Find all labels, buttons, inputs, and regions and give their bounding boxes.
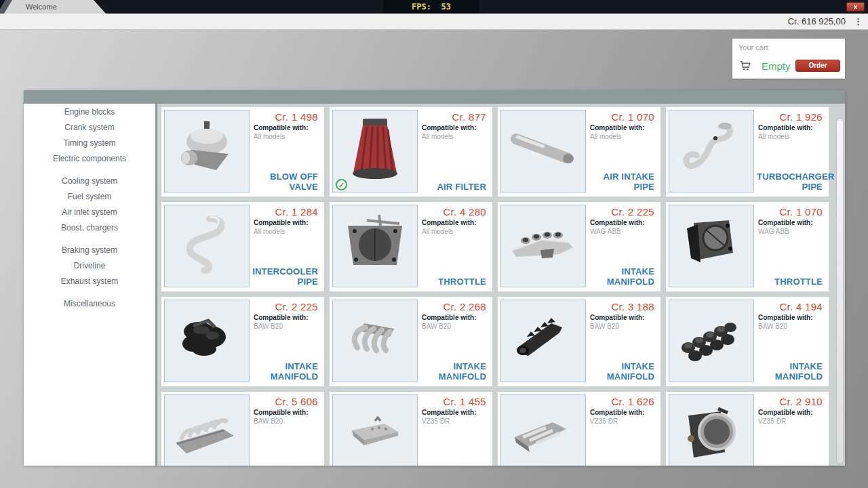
credits-balance: Cr. 616 925,00 (788, 14, 846, 30)
compatible-value: All models (422, 228, 488, 235)
part-price: Cr. 877 (452, 111, 486, 123)
compatible-label: Compatible with: (758, 124, 825, 131)
sidebar-item-cooling-system[interactable]: Cooling system (24, 174, 155, 189)
compatible-label: Compatible with: (758, 409, 825, 416)
part-card[interactable]: Cr. 2 225 Compatible with: BAW B20 INTAK… (161, 297, 324, 386)
sidebar-item-timing-system[interactable]: Timing system (24, 136, 155, 151)
part-card[interactable]: Cr. 1 455 Compatible with: VZ35 DR (330, 392, 492, 466)
part-image (500, 205, 586, 287)
sidebar-item-fuel-system[interactable]: Fuel system (24, 189, 155, 205)
part-card[interactable]: Cr. 4 194 Compatible with: BAW B20 INTAK… (666, 297, 829, 386)
part-price: Cr. 2 225 (611, 206, 654, 218)
part-card[interactable]: Cr. 4 280 Compatible with: All models TH… (330, 202, 492, 291)
part-name: THROTTLE (420, 277, 486, 287)
compatible-label: Compatible with: (758, 219, 825, 226)
compatible-value: WAG ABB (590, 228, 656, 235)
compatible-label: Compatible with: (254, 409, 320, 416)
compatible-value: All models (422, 133, 488, 140)
compatible-label: Compatible with: (422, 219, 488, 226)
part-image (332, 300, 418, 382)
part-name: INTERCOOLER PIPE (252, 266, 318, 287)
part-price: Cr. 1 626 (611, 396, 654, 407)
part-price: Cr. 2 225 (275, 301, 318, 312)
part-price: Cr. 1 498 (275, 111, 318, 123)
part-image (500, 394, 586, 466)
sidebar-item-electric-components[interactable]: Electric components (24, 151, 155, 167)
part-price: Cr. 2 910 (779, 396, 823, 407)
part-price: Cr. 5 606 (275, 396, 318, 407)
part-image (164, 394, 250, 466)
part-name: TURBOCHARGER PIPE (757, 171, 823, 192)
part-card[interactable]: Cr. 3 188 Compatible with: BAW B20 INTAK… (498, 297, 660, 386)
part-image (164, 205, 250, 287)
part-card[interactable]: Cr. 1 926 Compatible with: All models TU… (666, 107, 829, 197)
part-card[interactable]: Cr. 877 Compatible with: All models AIR … (330, 107, 492, 197)
fps-counter: FPS: 53 (383, 0, 479, 14)
compatible-label: Compatible with: (422, 409, 488, 416)
sidebar-item-crank-system[interactable]: Crank system (24, 120, 155, 136)
tab-welcome[interactable]: Welcome (4, 0, 106, 14)
part-card[interactable]: Cr. 1 070 Compatible with: WAG ABB THROT… (666, 202, 829, 291)
compatible-value: BAW B20 (758, 323, 825, 330)
part-name: INTAKE MANIFOLD (589, 361, 654, 382)
cart-panel: Your cart Empty Order (732, 39, 845, 79)
compatible-value: VZ35 DR (590, 418, 656, 425)
part-name: INTAKE MANIFOLD (420, 361, 486, 382)
compatible-value: BAW B20 (590, 323, 656, 330)
sidebar-item-miscellaneous[interactable]: Miscellaneous (24, 296, 155, 312)
sidebar-item-braking-system[interactable]: Braking system (24, 243, 155, 258)
part-image (669, 394, 754, 466)
part-image (669, 110, 754, 192)
part-image (164, 300, 250, 382)
compatible-value: BAW B20 (254, 418, 320, 425)
compatible-value: WAG ABB (758, 228, 825, 235)
compatible-value: All models (590, 133, 656, 140)
compatible-value: All models (254, 228, 320, 235)
part-image (332, 205, 418, 287)
part-name: AIR INTAKE PIPE (589, 171, 654, 192)
part-image (669, 300, 754, 382)
vertical-scrollbar[interactable] (836, 119, 844, 464)
owned-check-icon: ✓ (336, 179, 347, 190)
cart-icon (738, 60, 752, 72)
part-name: BLOW OFF VALVE (252, 171, 318, 192)
sidebar-item-engine-blocks[interactable]: Engine blocks (24, 104, 155, 120)
part-price: Cr. 1 284 (275, 206, 318, 218)
kebab-menu-icon[interactable]: ⋮ (854, 14, 863, 30)
compatible-label: Compatible with: (590, 314, 656, 321)
compatible-label: Compatible with: (254, 124, 320, 131)
part-card[interactable]: Cr. 2 910 Compatible with: VZ35 DR (666, 392, 829, 466)
part-name: INTAKE MANIFOLD (252, 361, 318, 382)
part-price: Cr. 4 194 (779, 301, 823, 312)
part-card[interactable]: Cr. 1 626 Compatible with: VZ35 DR (498, 392, 660, 466)
part-card[interactable]: Cr. 1 284 Compatible with: All models IN… (161, 202, 324, 291)
cart-title: Your cart (738, 43, 839, 52)
title-bar: Welcome FPS: 53 x (0, 0, 868, 14)
part-card[interactable]: Cr. 5 606 Compatible with: BAW B20 (161, 392, 324, 466)
close-button[interactable]: x (846, 2, 865, 12)
part-price: Cr. 4 280 (443, 206, 486, 218)
part-card[interactable]: Cr. 1 498 Compatible with: All models BL… (161, 107, 324, 197)
sidebar: Engine blocksCrank systemTiming systemEl… (24, 104, 157, 466)
sidebar-item-exhaust-system[interactable]: Exhaust system (24, 274, 155, 289)
panel-header-strip (24, 90, 845, 104)
compatible-value: All models (254, 133, 320, 140)
sidebar-item-air-inlet-system[interactable]: Air inlet system (24, 205, 155, 220)
part-card[interactable]: Cr. 2 225 Compatible with: WAG ABB INTAK… (498, 202, 660, 291)
part-image (500, 300, 586, 382)
sidebar-item-boost-chargers[interactable]: Boost, chargers (24, 220, 155, 236)
part-name: THROTTLE (757, 277, 823, 287)
compatible-label: Compatible with: (590, 124, 656, 131)
part-price: Cr. 1 926 (779, 111, 823, 123)
compatible-label: Compatible with: (590, 219, 656, 226)
part-price: Cr. 1 070 (611, 111, 654, 123)
part-price: Cr. 3 188 (611, 301, 654, 312)
order-button[interactable]: Order (795, 60, 840, 72)
status-bar: Cr. 616 925,00 ⋮ (0, 14, 868, 30)
parts-grid: Cr. 1 498 Compatible with: All models BL… (159, 104, 845, 466)
part-card[interactable]: Cr. 2 268 Compatible with: BAW B20 INTAK… (330, 297, 492, 386)
part-card[interactable]: Cr. 1 070 Compatible with: All models AI… (498, 107, 660, 197)
part-name: INTAKE MANIFOLD (589, 266, 654, 287)
compatible-value: BAW B20 (254, 323, 320, 330)
sidebar-item-driveline[interactable]: Driveline (24, 258, 155, 274)
